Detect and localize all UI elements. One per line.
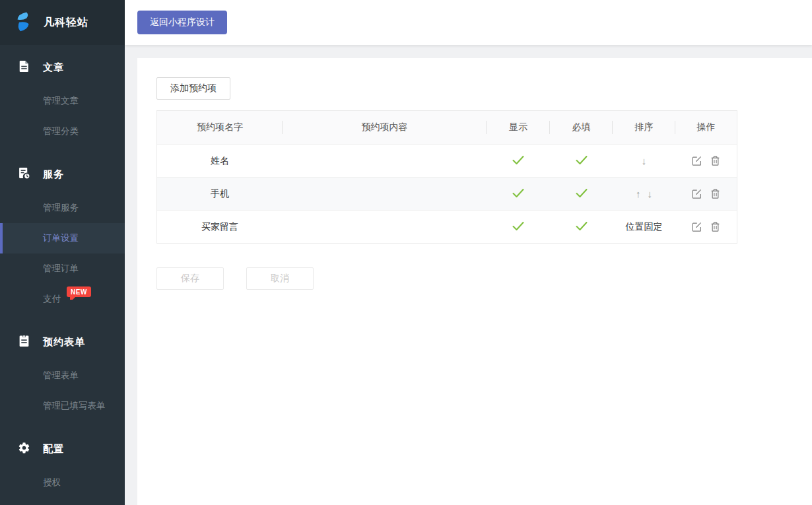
sort-cell: ↑ ↓: [613, 178, 675, 210]
required-cell: [550, 178, 613, 210]
column-header-actions: 操作: [675, 111, 737, 144]
table-row: 买家留言 位置固定: [157, 210, 737, 243]
delete-icon[interactable]: [710, 155, 721, 166]
form-icon: [18, 335, 30, 350]
sidebar-section-label: 配置: [43, 443, 64, 455]
sidebar-item-label: 管理服务: [43, 202, 79, 214]
column-header-required: 必填: [550, 111, 613, 144]
item-content: [283, 178, 487, 210]
sidebar-item-manage-forms[interactable]: 管理表单: [0, 360, 125, 391]
sort-down-icon[interactable]: ↓: [642, 156, 647, 166]
edit-icon[interactable]: [691, 155, 702, 166]
sidebar-section-config: 配置 授权: [0, 438, 125, 498]
column-header-sort: 排序: [613, 111, 675, 144]
sort-down-icon[interactable]: ↓: [648, 189, 653, 199]
sidebar-item-label: 订单设置: [43, 232, 79, 244]
edit-icon[interactable]: [691, 221, 702, 232]
required-cell: [550, 211, 613, 243]
edit-icon[interactable]: [691, 188, 702, 199]
sidebar-items: 授权: [0, 467, 125, 498]
sidebar-item-order-settings[interactable]: 订单设置: [0, 223, 125, 253]
column-header-show: 显示: [487, 111, 550, 144]
sidebar-item-label: 授权: [43, 477, 61, 488]
sidebar: 凡科轻站 文章 管理文章 管理分类: [0, 0, 125, 505]
main-area: 返回小程序设计 添加预约项 预约项名字 预约项内容 显示 必填 排序 操作: [125, 0, 812, 505]
delete-icon[interactable]: [710, 221, 721, 232]
brand-logo-icon: [12, 10, 34, 35]
sidebar-item-label: 管理已填写表单: [43, 400, 106, 412]
save-button[interactable]: 保存: [156, 267, 224, 290]
actions-cell: [675, 145, 737, 177]
show-cell: [487, 211, 550, 243]
actions-cell: [675, 178, 737, 210]
back-to-miniprogram-design-button[interactable]: 返回小程序设计: [137, 11, 227, 34]
sidebar-item-manage-articles[interactable]: 管理文章: [0, 86, 125, 116]
check-icon: [576, 188, 588, 200]
article-icon: [18, 60, 30, 75]
check-icon: [576, 155, 588, 167]
item-name: 手机: [157, 178, 283, 210]
sidebar-item-manage-orders[interactable]: 管理订单: [0, 253, 125, 284]
sidebar-section-label: 文章: [43, 61, 64, 74]
sort-fixed-label: 位置固定: [626, 221, 663, 233]
topbar: 返回小程序设计: [125, 0, 812, 45]
app-window: 凡科轻站 文章 管理文章 管理分类: [0, 0, 812, 505]
sidebar-section-label: 预约表单: [43, 336, 85, 349]
item-name: 买家留言: [157, 211, 283, 243]
item-content: [283, 211, 487, 243]
actions-cell: [675, 211, 737, 243]
check-icon: [512, 155, 524, 167]
sort-cell: ↓: [613, 145, 675, 177]
column-header-content: 预约项内容: [283, 111, 487, 144]
sidebar-item-label: 管理分类: [43, 125, 79, 137]
sidebar-item-label: 管理表单: [43, 370, 79, 382]
sidebar-section-services-header: 服务: [0, 164, 125, 185]
column-header-name: 预约项名字: [157, 111, 283, 144]
required-cell: [550, 145, 613, 177]
delete-icon[interactable]: [710, 188, 721, 199]
sidebar-section-articles-header: 文章: [0, 57, 125, 78]
form-actions: 保存 取消: [156, 267, 812, 290]
sidebar-item-label: 管理订单: [43, 263, 79, 275]
sidebar-items: 管理表单 管理已填写表单: [0, 360, 125, 421]
sidebar-item-manage-services[interactable]: 管理服务: [0, 193, 125, 223]
sidebar-item-label: 管理文章: [43, 95, 79, 107]
brand-title: 凡科轻站: [44, 16, 88, 30]
brand-header: 凡科轻站: [0, 0, 125, 45]
sort-up-icon[interactable]: ↑: [636, 189, 641, 199]
sidebar-section-booking-forms-header: 预约表单: [0, 331, 125, 353]
sidebar-section-config-header: 配置: [0, 438, 125, 459]
content-area: 添加预约项 预约项名字 预约项内容 显示 必填 排序 操作 姓名: [125, 45, 812, 505]
booking-items-panel: 添加预约项 预约项名字 预约项内容 显示 必填 排序 操作 姓名: [137, 58, 812, 505]
check-icon: [576, 221, 588, 233]
sidebar-item-payment[interactable]: 支付 NEW: [0, 284, 125, 314]
check-icon: [512, 188, 524, 200]
sort-cell: 位置固定: [613, 211, 675, 243]
sidebar-item-manage-filled-forms[interactable]: 管理已填写表单: [0, 391, 125, 421]
table-header-row: 预约项名字 预约项内容 显示 必填 排序 操作: [157, 111, 737, 144]
gear-icon: [18, 442, 30, 457]
item-name: 姓名: [157, 145, 283, 177]
sidebar-section-label: 服务: [43, 168, 64, 181]
sidebar-item-manage-categories[interactable]: 管理分类: [0, 116, 125, 147]
show-cell: [487, 178, 550, 210]
cancel-button[interactable]: 取消: [246, 267, 314, 290]
service-icon: [18, 167, 30, 182]
sidebar-item-label: 支付: [43, 293, 61, 305]
add-booking-item-button[interactable]: 添加预约项: [156, 77, 230, 100]
table-row: 手机 ↑ ↓: [157, 177, 737, 210]
sidebar-section-booking-forms: 预约表单 管理表单 管理已填写表单: [0, 331, 125, 421]
sidebar-section-services: 服务 管理服务 订单设置 管理订单 支付 NEW: [0, 164, 125, 314]
table-row: 姓名 ↓: [157, 144, 737, 177]
sidebar-item-authorization[interactable]: 授权: [0, 467, 125, 498]
sidebar-items: 管理文章 管理分类: [0, 86, 125, 147]
sidebar-section-articles: 文章 管理文章 管理分类: [0, 57, 125, 147]
show-cell: [487, 145, 550, 177]
booking-items-table: 预约项名字 预约项内容 显示 必填 排序 操作 姓名: [156, 110, 737, 244]
sidebar-items: 管理服务 订单设置 管理订单 支付 NEW: [0, 193, 125, 314]
item-content: [283, 145, 487, 177]
new-badge: NEW: [67, 286, 91, 297]
check-icon: [512, 221, 524, 233]
table-body: 姓名 ↓: [157, 144, 737, 243]
